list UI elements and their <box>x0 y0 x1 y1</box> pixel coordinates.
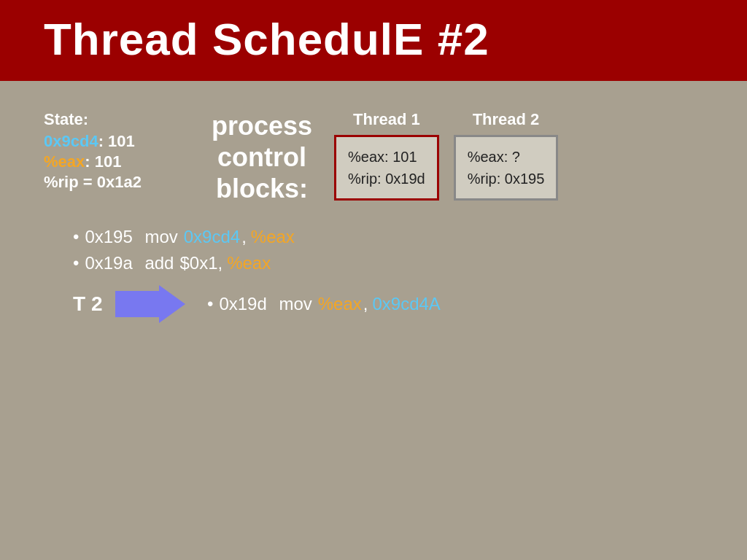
bullet-addr-3: 0x19d <box>219 294 270 314</box>
bullet-arg2-blue-3: 0x9cd4A <box>372 294 440 314</box>
state-label: State: <box>44 110 190 129</box>
bullet-arg1-white-2: $0x1, <box>179 253 222 273</box>
bullet-comma-3: , <box>363 294 368 314</box>
t2-arrow <box>115 285 185 323</box>
main-content: State: 0x9cd4: 101 %eax: 101 %rip = 0x1a… <box>0 81 747 338</box>
bullet-dot-1: • <box>73 227 79 247</box>
state-line2: %eax: 101 <box>44 152 190 171</box>
thread-columns: Thread 1 %eax: 101 %rip: 0x19d Thread 2 … <box>334 110 558 201</box>
state-line1: 0x9cd4: 101 <box>44 132 190 151</box>
bullet-addr-1: 0x195 <box>85 227 136 247</box>
state-addr-blue: 0x9cd4 <box>44 132 98 150</box>
process-line2: control <box>212 141 312 173</box>
bullet-dot-3: • <box>207 294 213 314</box>
process-line1: process <box>212 110 312 141</box>
top-row: State: 0x9cd4: 101 %eax: 101 %rip = 0x1a… <box>44 103 703 205</box>
state-box: State: 0x9cd4: 101 %eax: 101 %rip = 0x1a… <box>44 110 190 193</box>
state-line3: %rip = 0x1a2 <box>44 173 190 192</box>
t2-label-container: T 2 <box>73 285 193 323</box>
process-line3: blocks: <box>212 173 312 204</box>
bullet-addr-2: 0x19a <box>85 253 136 273</box>
bullet-arg1-blue-1: 0x9cd4 <box>184 227 240 247</box>
bullet-instr-2: add <box>144 253 174 273</box>
thread1-rip: %rip: 0x19d <box>348 168 425 190</box>
state-eax-white: : 101 <box>85 152 121 171</box>
t2-text: T 2 <box>73 292 109 316</box>
bullet-comma-1: , <box>241 227 247 247</box>
header: Thread SchedulE #2 <box>0 0 747 81</box>
thread1-col: Thread 1 %eax: 101 %rip: 0x19d <box>334 110 439 201</box>
thread1-eax: %eax: 101 <box>348 146 425 168</box>
thread2-col: Thread 2 %eax: ? %rip: 0x195 <box>454 110 559 201</box>
thread2-box: %eax: ? %rip: 0x195 <box>454 135 559 201</box>
bullet-row-1: • 0x195 mov 0x9cd4 , %eax <box>73 227 703 247</box>
bullets-section: • 0x195 mov 0x9cd4 , %eax • 0x19a add $0… <box>44 227 703 323</box>
state-eax-orange: %eax <box>44 152 85 171</box>
process-control: process control blocks: <box>212 110 312 205</box>
arrow-body <box>115 291 159 317</box>
bullet-instr-1: mov <box>144 227 177 247</box>
bullet-arg2-orange-1: %eax <box>251 227 295 247</box>
thread2-rip: %rip: 0x195 <box>468 168 545 190</box>
t2-row: T 2 • 0x19d mov %eax , 0x9cd4A <box>73 285 703 323</box>
arrow-head <box>159 285 185 323</box>
bullet-dot-2: • <box>73 253 79 273</box>
page-title: Thread SchedulE #2 <box>44 13 703 65</box>
bullet-instr-3: mov <box>279 294 311 314</box>
thread2-eax: %eax: ? <box>468 146 545 168</box>
thread1-header: Thread 1 <box>353 110 420 129</box>
bullet-row-3: • 0x19d mov %eax , 0x9cd4A <box>207 294 441 314</box>
thread1-box: %eax: 101 %rip: 0x19d <box>334 135 439 201</box>
state-addr-white: : 101 <box>98 132 135 150</box>
bullet-row-2: • 0x19a add $0x1, %eax <box>73 253 703 273</box>
thread2-header: Thread 2 <box>473 110 540 129</box>
bullet-arg2-orange-2: %eax <box>227 253 271 273</box>
bullet-arg1-orange-3: %eax <box>318 294 362 314</box>
